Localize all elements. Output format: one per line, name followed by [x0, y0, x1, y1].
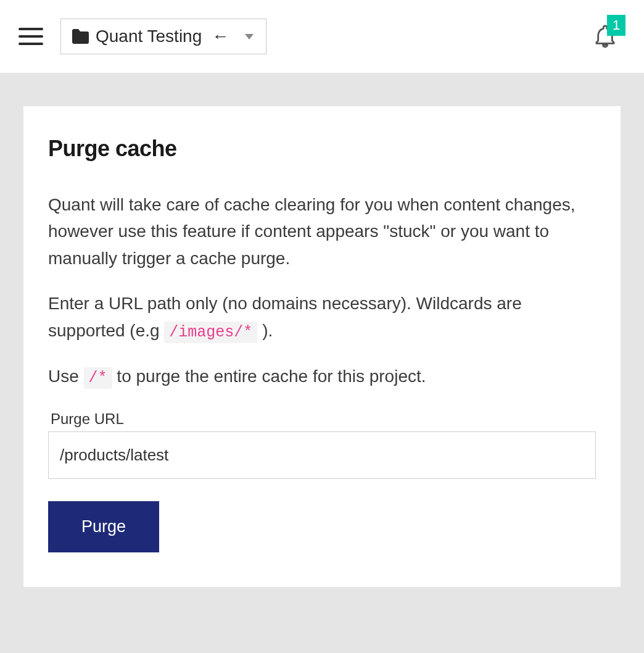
folder-icon [71, 28, 89, 44]
para2-prefix: Enter a URL path only (no domains necess… [48, 294, 522, 339]
chevron-down-icon [245, 34, 254, 40]
svg-rect-0 [19, 28, 43, 30]
description-para-2: Enter a URL path only (no domains necess… [48, 290, 596, 344]
para3-prefix: Use [48, 367, 84, 386]
wildcard-example-code: /images/* [164, 322, 257, 343]
arrow-left-icon: ← [212, 27, 229, 46]
description-para-3: Use /* to purge the entire cache for thi… [48, 363, 596, 391]
purge-cache-card: Purge cache Quant will take care of cach… [23, 106, 621, 587]
menu-button[interactable] [12, 22, 49, 51]
purge-url-input[interactable] [48, 431, 596, 479]
purge-all-code: /* [84, 367, 112, 389]
purge-url-label: Purge URL [51, 410, 596, 428]
description-para-1: Quant will take care of cache clearing f… [48, 191, 596, 272]
hamburger-icon [19, 28, 43, 45]
project-selector[interactable]: Quant Testing ← [60, 19, 266, 54]
svg-rect-1 [19, 35, 43, 38]
topbar: Quant Testing ← 1 [0, 0, 644, 73]
purge-button[interactable]: Purge [48, 501, 159, 552]
notifications-button[interactable]: 1 [591, 21, 619, 52]
project-name-label: Quant Testing [96, 27, 202, 46]
page-title: Purge cache [48, 136, 596, 162]
para3-suffix: to purge the entire cache for this proje… [112, 367, 426, 386]
para2-suffix: ). [257, 321, 273, 340]
notifications-badge: 1 [607, 15, 625, 36]
svg-rect-2 [19, 43, 43, 45]
